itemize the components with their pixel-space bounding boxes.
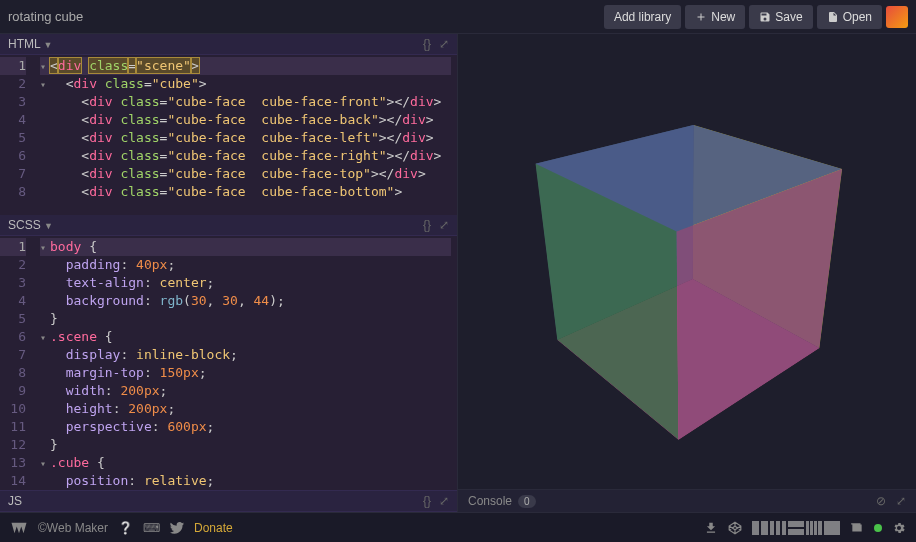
open-button[interactable]: Open bbox=[817, 5, 882, 29]
svg-rect-1 bbox=[761, 521, 768, 535]
js-lang-selector[interactable]: JS bbox=[8, 494, 22, 508]
topbar: Add library New Save Open bbox=[0, 0, 916, 34]
chevron-down-icon: ▼ bbox=[44, 221, 53, 231]
svg-rect-4 bbox=[782, 521, 786, 535]
new-button[interactable]: New bbox=[685, 5, 745, 29]
pane-expand-icon[interactable]: ⤢ bbox=[439, 218, 449, 232]
settings-icon[interactable] bbox=[892, 521, 906, 535]
preview-pane bbox=[458, 34, 916, 489]
user-avatar[interactable] bbox=[886, 6, 908, 28]
pane-settings-icon[interactable]: {} bbox=[423, 494, 431, 508]
pane-expand-icon[interactable]: ⤢ bbox=[439, 37, 449, 51]
console-block-icon[interactable]: ⊘ bbox=[876, 494, 886, 508]
layout-5-icon[interactable] bbox=[824, 521, 840, 535]
twitter-icon[interactable] bbox=[170, 522, 184, 534]
download-icon[interactable] bbox=[704, 521, 718, 535]
layout-4-icon[interactable] bbox=[806, 521, 822, 535]
codepen-icon[interactable] bbox=[728, 521, 742, 535]
svg-rect-9 bbox=[814, 521, 817, 535]
save-button[interactable]: Save bbox=[749, 5, 812, 29]
pane-expand-icon[interactable]: ⤢ bbox=[439, 494, 449, 508]
brand-label: ©Web Maker bbox=[38, 521, 108, 535]
console-count-badge: 0 bbox=[518, 495, 536, 508]
pane-settings-icon[interactable]: {} bbox=[423, 37, 431, 51]
notifications-icon[interactable] bbox=[874, 524, 882, 532]
svg-rect-6 bbox=[788, 529, 804, 535]
console-expand-icon[interactable]: ⤢ bbox=[896, 494, 906, 508]
svg-rect-7 bbox=[806, 521, 809, 535]
bottombar: ©Web Maker ❔ ⌨ Donate bbox=[0, 512, 916, 542]
add-library-button[interactable]: Add library bbox=[604, 5, 681, 29]
console-toggle[interactable]: Console bbox=[468, 494, 512, 508]
plus-icon bbox=[695, 11, 707, 23]
svg-rect-10 bbox=[818, 521, 822, 535]
help-icon[interactable]: ❔ bbox=[118, 521, 133, 535]
svg-rect-8 bbox=[810, 521, 813, 535]
layout-3-icon[interactable] bbox=[788, 521, 804, 535]
svg-rect-3 bbox=[776, 521, 780, 535]
layout-1-icon[interactable] bbox=[752, 521, 768, 535]
webmaker-logo-icon[interactable] bbox=[10, 521, 28, 535]
pane-settings-icon[interactable]: {} bbox=[423, 218, 431, 232]
save-icon bbox=[759, 11, 771, 23]
donate-link[interactable]: Donate bbox=[194, 521, 233, 535]
scss-pane-header: SCSS ▼ {} ⤢ bbox=[0, 215, 457, 236]
detach-icon[interactable] bbox=[850, 521, 864, 535]
top-actions: Add library New Save Open bbox=[604, 5, 908, 29]
svg-rect-2 bbox=[770, 521, 774, 535]
html-pane-header: HTML ▼ {} ⤢ bbox=[0, 34, 457, 55]
html-editor[interactable]: 12345678 ▾<div class="scene">▾ <div clas… bbox=[0, 55, 457, 215]
svg-rect-0 bbox=[752, 521, 759, 535]
html-lang-selector[interactable]: HTML ▼ bbox=[8, 37, 53, 51]
project-title-input[interactable] bbox=[8, 9, 308, 24]
chevron-down-icon: ▼ bbox=[44, 40, 53, 50]
console-bar: Console 0 ⊘ ⤢ bbox=[458, 489, 916, 512]
layout-2-icon[interactable] bbox=[770, 521, 786, 535]
scss-lang-selector[interactable]: SCSS ▼ bbox=[8, 218, 53, 232]
keyboard-icon[interactable]: ⌨ bbox=[143, 521, 160, 535]
layout-switcher bbox=[752, 521, 840, 535]
js-pane-header: JS {} ⤢ bbox=[0, 490, 457, 512]
svg-rect-11 bbox=[824, 521, 840, 535]
svg-rect-5 bbox=[788, 521, 804, 527]
file-icon bbox=[827, 11, 839, 23]
scss-editor[interactable]: 1234567891011121314151617 ▾body { paddin… bbox=[0, 236, 457, 490]
cube-scene bbox=[587, 162, 787, 362]
